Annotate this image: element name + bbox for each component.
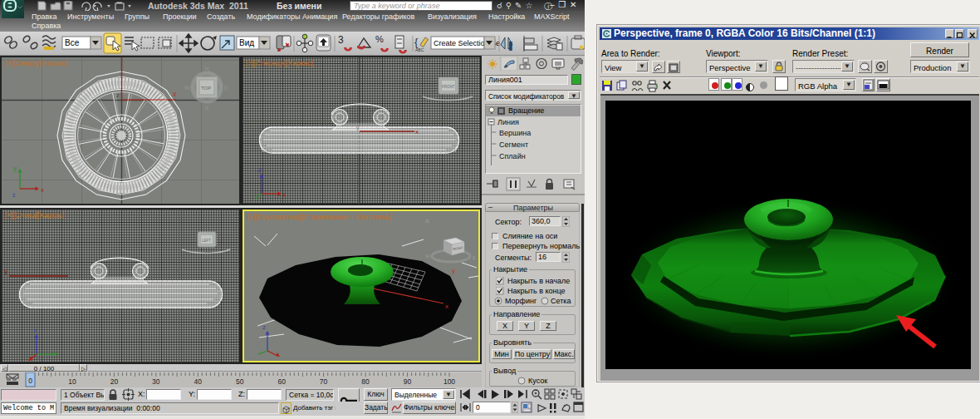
svg-text:E: E: [224, 85, 228, 91]
svg-text:Линия: Линия: [497, 118, 519, 126]
svg-text:z: z: [116, 91, 120, 99]
svg-text:z: z: [12, 192, 16, 198]
svg-text:60: 60: [277, 377, 286, 386]
svg-text:20: 20: [110, 377, 119, 386]
svg-text:у: у: [356, 125, 360, 131]
svg-text:50: 50: [236, 377, 244, 386]
svg-text:x: x: [175, 268, 179, 274]
svg-text:W: W: [425, 254, 430, 259]
svg-text:N: N: [205, 66, 209, 71]
svg-text:80: 80: [361, 377, 370, 386]
svg-text:0: 0: [28, 377, 32, 385]
svg-text:y: y: [452, 267, 455, 274]
svg-text:❚: ❚: [507, 40, 514, 51]
svg-text:W: W: [184, 85, 190, 91]
svg-text:{: {: [414, 36, 419, 48]
svg-text:70: 70: [320, 377, 328, 386]
svg-text:ABC: ABC: [415, 47, 424, 52]
svg-text:40: 40: [194, 377, 203, 386]
svg-text:x: x: [445, 303, 448, 310]
svg-text:100: 100: [443, 377, 455, 386]
svg-text:[+][Слева][Каркас]: [+][Слева][Каркас]: [5, 211, 64, 219]
svg-text:10: 10: [68, 377, 76, 386]
svg-text:30: 30: [152, 377, 160, 386]
svg-text:z: z: [262, 323, 266, 331]
svg-text:E: E: [473, 255, 476, 260]
svg-text:у: у: [13, 165, 17, 172]
svg-text:Все: Все: [65, 38, 80, 47]
svg-text:Вид: Вид: [239, 38, 254, 47]
svg-text:x: x: [41, 186, 44, 194]
svg-text:⌂: ⌂: [425, 217, 429, 224]
svg-text:z: z: [258, 166, 262, 174]
svg-text:90: 90: [404, 377, 412, 386]
svg-text:TOP: TOP: [201, 86, 211, 91]
svg-text:%: %: [375, 34, 384, 44]
svg-text:S: S: [205, 105, 209, 111]
svg-text:[+][Спереди][Каркас]: [+][Спереди][Каркас]: [246, 59, 313, 67]
svg-text:x: x: [173, 90, 177, 98]
svg-text:Вершина: Вершина: [499, 129, 531, 137]
svg-text:x: x: [415, 128, 419, 136]
svg-text:LEFT: LEFT: [202, 239, 211, 243]
svg-text:[+][Перспектива][Сглаживание +: [+][Перспектива][Сглаживание + Светотень…: [247, 213, 391, 221]
svg-text:у: у: [4, 268, 7, 275]
svg-text:z: z: [33, 327, 37, 334]
svg-text:[+][Сверху][Каркас]: [+][Сверху][Каркас]: [5, 59, 67, 67]
svg-text:3: 3: [338, 34, 344, 46]
svg-text:FRONT: FRONT: [442, 85, 455, 89]
svg-text:Сегмент: Сегмент: [499, 140, 528, 149]
svg-text:Сплайн: Сплайн: [499, 152, 526, 160]
svg-text:x: x: [282, 191, 286, 199]
